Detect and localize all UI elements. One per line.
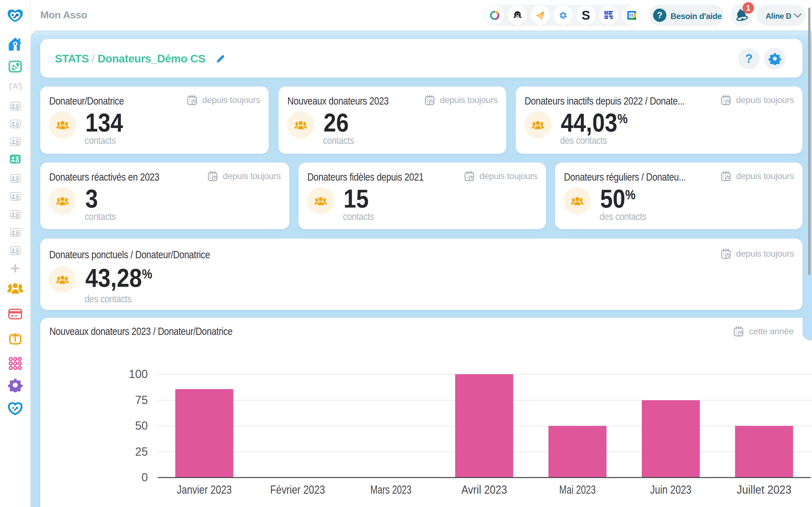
svg-text:31: 31 — [629, 13, 633, 17]
